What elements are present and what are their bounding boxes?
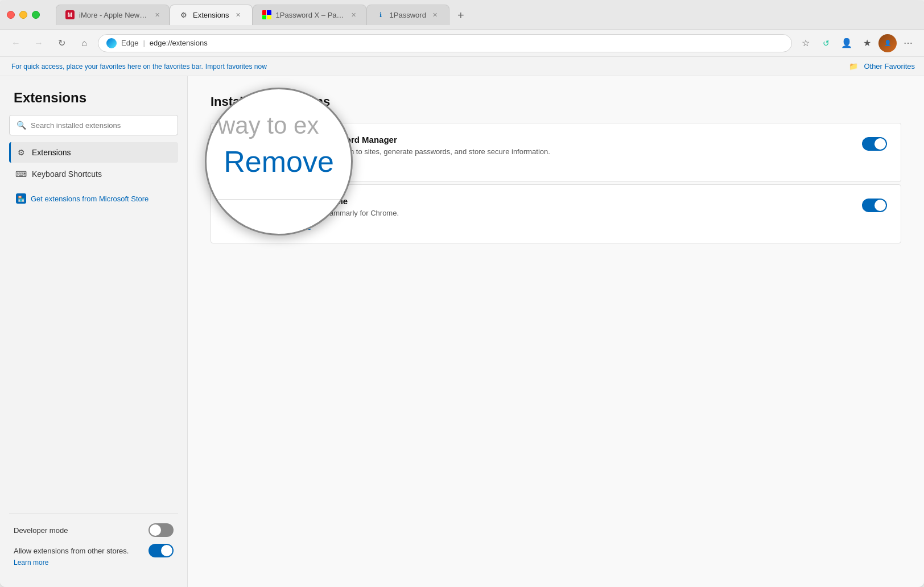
sidebar-spacer bbox=[9, 208, 178, 505]
1px-favicon bbox=[262, 10, 271, 19]
sidebar-item-keyboard-label: Keyboard Shortcuts bbox=[32, 170, 102, 179]
grammarly-toggle-switch[interactable] bbox=[862, 199, 887, 212]
nav-bar: ← → ↻ ⌂ Edge | edge://extensions ☆ ↺ 👤 ★… bbox=[0, 30, 924, 57]
search-input[interactable] bbox=[31, 121, 171, 130]
allow-other-stores-row: Allow extensions from other stores. Lear… bbox=[14, 544, 174, 567]
other-favorites-label: Other Favorites bbox=[864, 62, 915, 71]
magnifier-top-text: way to ex bbox=[218, 112, 319, 139]
tab-imore-close[interactable]: ✕ bbox=[154, 10, 160, 19]
edge-favicon bbox=[106, 38, 117, 48]
imore-favicon: M bbox=[65, 10, 75, 19]
minimize-button[interactable] bbox=[19, 11, 27, 19]
store-icon: 🏪 bbox=[16, 193, 26, 204]
sidebar: Extensions 🔍 ⚙ Extensions ⌨ Keyboard Sho… bbox=[0, 76, 188, 587]
developer-mode-label: Developer mode bbox=[14, 526, 68, 535]
search-icon: 🔍 bbox=[16, 121, 26, 130]
address-separator: | bbox=[143, 39, 145, 47]
title-bar: M iMore - Apple News, Reviews, D… ✕ ⚙ Ex… bbox=[0, 0, 924, 30]
extensions-favicon: ⚙ bbox=[179, 10, 188, 19]
tab-1px-close[interactable]: ✕ bbox=[351, 10, 357, 19]
gear-icon: ⚙ bbox=[16, 147, 26, 158]
favorites-message: For quick access, place your favorites h… bbox=[11, 63, 203, 71]
collections-button[interactable]: ↺ bbox=[817, 34, 835, 52]
magnifier-circle: way to ex Remove bbox=[205, 88, 353, 235]
1p-favicon: ℹ bbox=[376, 10, 385, 19]
toggle-knob-1p bbox=[874, 138, 886, 150]
settings-menu-button[interactable]: ⋯ bbox=[899, 34, 917, 52]
page-content: Installed extensions 1P 1Password X – Pa… bbox=[188, 76, 924, 587]
tab-extensions[interactable]: ⚙ Extensions ✕ bbox=[170, 5, 253, 25]
address-bar[interactable]: Edge | edge://extensions bbox=[98, 34, 792, 52]
sidebar-item-extensions-label: Extensions bbox=[32, 148, 71, 157]
sidebar-footer: Developer mode Allow extensions from oth… bbox=[9, 523, 178, 573]
magnifier-overlay: way to ex Remove bbox=[205, 88, 353, 235]
folder-icon: 📁 bbox=[849, 62, 858, 71]
toggle-knob-grammarly bbox=[874, 200, 886, 211]
import-favorites-link[interactable]: Import favorites now bbox=[205, 63, 267, 71]
nav-right-buttons: ☆ ↺ 👤 ★ 👤 ⋯ bbox=[797, 34, 917, 52]
toggle-knob-2 bbox=[161, 545, 172, 556]
profile-button[interactable]: 👤 bbox=[878, 34, 897, 52]
magnifier-main-text: Remove bbox=[224, 144, 334, 179]
tab-1px-title: 1Password X – Password Manag… bbox=[276, 11, 346, 19]
tab-extensions-close[interactable]: ✕ bbox=[234, 10, 243, 19]
1password-toggle-switch[interactable] bbox=[862, 137, 887, 151]
address-site-label: Edge bbox=[121, 39, 138, 47]
tab-1password-title: 1Password bbox=[390, 11, 426, 19]
allow-other-stores-label: Allow extensions from other stores. bbox=[14, 547, 129, 555]
maximize-button[interactable] bbox=[32, 11, 40, 19]
close-button[interactable] bbox=[7, 11, 15, 19]
tabs-bar: M iMore - Apple News, Reviews, D… ✕ ⚙ Ex… bbox=[56, 5, 917, 25]
toggle-knob bbox=[150, 524, 161, 536]
sidebar-item-keyboard-shortcuts[interactable]: ⌨ Keyboard Shortcuts bbox=[9, 164, 178, 184]
learn-more-link[interactable]: Learn more bbox=[14, 559, 48, 567]
address-url: edge://extensions bbox=[150, 39, 208, 47]
main-content: Extensions 🔍 ⚙ Extensions ⌨ Keyboard Sho… bbox=[0, 76, 924, 587]
sidebar-title: Extensions bbox=[9, 90, 178, 106]
home-button[interactable]: ⌂ bbox=[75, 34, 93, 52]
traffic-lights bbox=[7, 11, 40, 19]
developer-mode-row: Developer mode bbox=[14, 523, 174, 537]
tab-1p-close[interactable]: ✕ bbox=[431, 10, 440, 19]
keyboard-icon: ⌨ bbox=[16, 169, 26, 179]
sidebar-item-extensions[interactable]: ⚙ Extensions bbox=[9, 142, 178, 163]
allow-other-stores-inner: Allow extensions from other stores. bbox=[14, 544, 174, 557]
sidebar-divider bbox=[9, 514, 178, 514]
tab-imore[interactable]: M iMore - Apple News, Reviews, D… ✕ bbox=[56, 5, 170, 25]
browser-frame: M iMore - Apple News, Reviews, D… ✕ ⚙ Ex… bbox=[0, 0, 924, 587]
account-button[interactable]: 👤 bbox=[838, 34, 856, 52]
grammarly-toggle[interactable] bbox=[862, 199, 887, 212]
tab-imore-title: iMore - Apple News, Reviews, D… bbox=[79, 11, 150, 19]
favorites-bar: For quick access, place your favorites h… bbox=[0, 57, 924, 76]
store-link-label: Get extensions from Microsoft Store bbox=[31, 195, 148, 203]
tab-extensions-title: Extensions bbox=[193, 11, 229, 19]
store-link[interactable]: 🏪 Get extensions from Microsoft Store bbox=[9, 189, 178, 208]
search-box[interactable]: 🔍 bbox=[9, 115, 178, 135]
sidebar-nav: ⚙ Extensions ⌨ Keyboard Shortcuts bbox=[9, 142, 178, 184]
favorites-button[interactable]: ☆ bbox=[797, 34, 815, 52]
developer-mode-toggle[interactable] bbox=[148, 523, 174, 537]
tab-1password-x[interactable]: 1Password X – Password Manag… ✕ bbox=[253, 5, 366, 25]
magnifier-bottom-line bbox=[207, 199, 351, 200]
favorites-bar-toggle[interactable]: ★ bbox=[858, 34, 876, 52]
new-tab-button[interactable]: + bbox=[452, 7, 470, 25]
1password-toggle[interactable] bbox=[862, 137, 887, 151]
tab-1password[interactable]: ℹ 1Password ✕ bbox=[366, 5, 449, 25]
back-button[interactable]: ← bbox=[7, 34, 25, 52]
refresh-button[interactable]: ↻ bbox=[52, 34, 71, 52]
forward-button[interactable]: → bbox=[30, 34, 48, 52]
other-favorites[interactable]: 📁 Other Favorites bbox=[847, 62, 915, 71]
allow-other-stores-toggle[interactable] bbox=[148, 544, 174, 557]
